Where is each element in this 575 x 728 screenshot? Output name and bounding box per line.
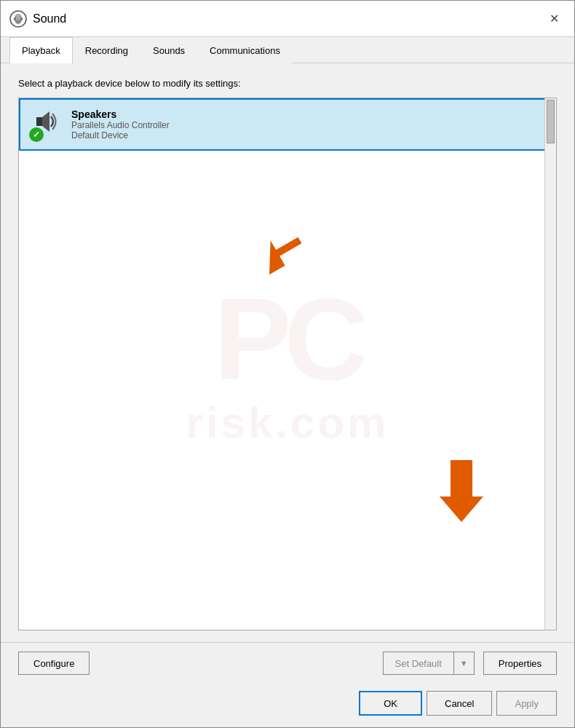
content-area: Select a playback device below to modify… [1, 63, 574, 642]
set-default-dropdown-button[interactable]: ▼ [453, 652, 475, 675]
svg-marker-6 [255, 228, 307, 275]
svg-marker-7 [245, 216, 245, 233]
title-bar: Sound ✕ [1, 1, 574, 37]
default-check-badge: ✓ [29, 127, 44, 142]
svg-marker-8 [440, 460, 483, 522]
device-icon-wrap: ✓ [29, 107, 64, 142]
svg-rect-3 [36, 117, 42, 126]
configure-button[interactable]: Configure [18, 652, 90, 675]
tab-sounds[interactable]: Sounds [140, 37, 197, 63]
properties-button[interactable]: Properties [483, 652, 557, 675]
tab-communications[interactable]: Communications [197, 37, 293, 63]
scrollbar[interactable] [544, 98, 556, 630]
ok-button[interactable]: OK [359, 691, 422, 716]
device-name: Speakers [71, 108, 170, 120]
tab-bar: Playback Recording Sounds Communications [1, 37, 574, 63]
svg-marker-4 [42, 111, 49, 132]
tab-playback[interactable]: Playback [9, 37, 73, 63]
instruction-text: Select a playback device below to modify… [18, 78, 557, 89]
scrollbar-thumb[interactable] [547, 100, 555, 143]
arrow-up-overlay [245, 207, 317, 290]
svg-rect-2 [16, 14, 20, 20]
device-sub: Parallels Audio Controller [71, 120, 170, 130]
title-bar-left: Sound [9, 10, 66, 28]
watermark-risk: risk.com [186, 397, 389, 448]
cancel-button[interactable]: Cancel [427, 691, 492, 716]
device-list[interactable]: PC risk.com ✓ Speakers Paral [18, 98, 557, 630]
tab-recording[interactable]: Recording [73, 37, 140, 63]
set-default-wrap: Set Default ▼ [383, 652, 475, 675]
device-status: Default Device [71, 130, 170, 141]
window-title: Sound [33, 12, 66, 25]
watermark: PC risk.com [186, 281, 389, 448]
arrow-down-icon [432, 460, 491, 526]
dialog-buttons: OK Cancel Apply [1, 684, 574, 727]
sound-icon [9, 10, 27, 28]
sound-dialog: Sound ✕ Playback Recording Sounds Commun… [0, 0, 575, 728]
arrow-up-icon [245, 207, 317, 288]
button-row-bottom: Configure Set Default ▼ Properties [1, 642, 574, 684]
watermark-pc: PC [186, 281, 389, 397]
apply-button[interactable]: Apply [496, 691, 557, 716]
set-default-button[interactable]: Set Default [383, 652, 453, 675]
device-item-speakers[interactable]: ✓ Speakers Parallels Audio Controller De… [19, 98, 556, 151]
device-info: Speakers Parallels Audio Controller Defa… [71, 108, 170, 141]
arrow-down-overlay [432, 460, 491, 528]
close-button[interactable]: ✕ [542, 7, 566, 31]
